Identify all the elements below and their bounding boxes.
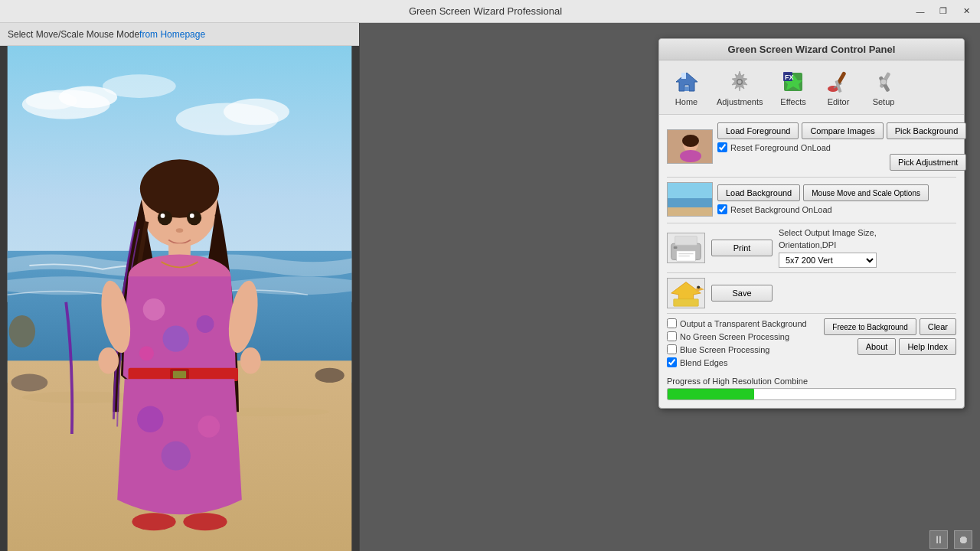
image-viewer[interactable] xyxy=(0,46,359,551)
svg-point-55 xyxy=(880,79,887,85)
fg-thumb-image xyxy=(668,130,713,164)
output-size-select[interactable]: 5x7 200 Vert 4x6 200 Horiz 8x10 300 Vert… xyxy=(779,253,877,268)
about-button[interactable]: About xyxy=(858,338,897,355)
svg-point-26 xyxy=(139,346,154,360)
svg-point-58 xyxy=(682,135,699,147)
svg-rect-40 xyxy=(681,73,686,79)
left-panel-header: Select Move/Scale Mouse Mode from Homepa… xyxy=(0,23,359,46)
svg-rect-62 xyxy=(668,207,713,217)
progress-bar xyxy=(667,388,956,400)
header-link[interactable]: from Homepage xyxy=(139,29,205,40)
pick-adjustment-button[interactable]: Pick Adjustment xyxy=(890,154,966,171)
separator-3 xyxy=(667,272,956,273)
svg-rect-60 xyxy=(668,183,713,198)
separator-4 xyxy=(667,313,956,314)
close-button[interactable]: ✕ xyxy=(956,4,977,19)
blend-edges-checkbox[interactable] xyxy=(667,357,677,367)
save-button[interactable]: Save xyxy=(711,285,773,302)
options-section: Output a Transparent Background No Green… xyxy=(667,318,956,370)
scene-image xyxy=(0,46,359,551)
main-area: Select Move/Scale Mouse Mode from Homepa… xyxy=(0,23,980,551)
svg-point-44 xyxy=(738,80,742,84)
pick-background-button[interactable]: Pick Background xyxy=(887,122,967,139)
effects-icon: FX xyxy=(781,70,805,94)
reset-fg-row: Reset Foreground OnLoad xyxy=(717,142,966,152)
save-thumbnail xyxy=(667,278,705,308)
svg-point-36 xyxy=(240,347,261,373)
svg-rect-72 xyxy=(674,299,699,307)
left-panel: Select Move/Scale Mouse Mode from Homepa… xyxy=(0,23,360,551)
editor-label: Editor xyxy=(828,97,850,106)
bg-btn-row: Load Background Mouse Move and Scale Opt… xyxy=(717,184,956,201)
bg-thumb-image xyxy=(668,183,713,217)
svg-point-12 xyxy=(315,368,344,383)
effects-label: Effects xyxy=(780,97,805,106)
mouse-move-scale-button[interactable]: Mouse Move and Scale Options xyxy=(803,184,929,201)
svg-point-5 xyxy=(224,99,289,125)
no-green-label: No Green Screen Processing xyxy=(680,332,789,341)
reset-bg-checkbox[interactable] xyxy=(717,204,727,214)
background-controls: Load Background Mouse Move and Scale Opt… xyxy=(717,184,956,214)
toolbar-effects[interactable]: FX Effects xyxy=(773,65,815,109)
restore-button[interactable]: ❐ xyxy=(933,4,954,19)
print-button[interactable]: Print xyxy=(711,240,773,256)
about-help-row: About Help Index xyxy=(824,338,956,355)
record-icon: ⏺ xyxy=(958,533,969,546)
setup-icon-area xyxy=(870,68,897,96)
separator-2 xyxy=(667,223,956,223)
blend-edges-row: Blend Edges xyxy=(667,357,816,367)
blue-screen-checkbox[interactable] xyxy=(667,344,677,354)
svg-rect-29 xyxy=(173,371,186,379)
blue-screen-row: Blue Screen Processing xyxy=(667,344,816,354)
load-foreground-button[interactable]: Load Foreground xyxy=(717,122,799,139)
no-green-checkbox[interactable] xyxy=(667,331,677,341)
toolbar-adjustments[interactable]: Adjustments xyxy=(710,65,769,109)
svg-point-15 xyxy=(140,159,219,218)
svg-point-20 xyxy=(176,228,184,233)
transparent-bg-label: Output a Transparent Background xyxy=(680,319,807,328)
toolbar-home[interactable]: Home xyxy=(665,65,707,109)
window-controls: — ❐ ✕ xyxy=(910,4,980,19)
print-thumbnail xyxy=(667,233,705,263)
toolbar-editor[interactable]: Editor xyxy=(818,65,860,109)
foreground-row: Load Foreground Compare Images Pick Back… xyxy=(667,122,956,171)
reset-fg-checkbox[interactable] xyxy=(717,142,727,152)
toolbar: Home Adjustments xyxy=(659,60,964,115)
setup-icon xyxy=(871,70,896,94)
record-button[interactable]: ⏺ xyxy=(954,530,972,549)
help-index-button[interactable]: Help Index xyxy=(899,338,956,355)
pick-adj-row: Pick Adjustment xyxy=(717,154,966,171)
control-panel: Green Screen Wizard Control Panel Home xyxy=(658,38,965,409)
save-row: Save xyxy=(667,278,956,308)
svg-point-23 xyxy=(143,298,165,321)
checkboxes-column: Output a Transparent Background No Green… xyxy=(667,318,816,370)
svg-point-25 xyxy=(163,325,189,351)
svg-text:FX: FX xyxy=(785,73,794,81)
reset-bg-row: Reset Background OnLoad xyxy=(717,204,956,214)
svg-point-38 xyxy=(183,513,227,530)
freeze-to-background-button[interactable]: Freeze to Background xyxy=(824,318,916,335)
clear-button[interactable]: Clear xyxy=(920,318,956,335)
gear-icon xyxy=(727,70,752,94)
compare-images-button[interactable]: Compare Images xyxy=(802,122,883,139)
pause-button[interactable]: ⏸ xyxy=(929,530,948,549)
separator-1 xyxy=(667,177,956,178)
transparent-bg-checkbox[interactable] xyxy=(667,318,677,328)
svg-point-24 xyxy=(197,315,214,333)
svg-marker-70 xyxy=(695,285,704,292)
background-thumbnail xyxy=(667,182,713,217)
control-panel-title: Green Screen Wizard Control Panel xyxy=(659,39,964,60)
svg-point-32 xyxy=(162,442,191,471)
minimize-button[interactable]: — xyxy=(910,4,931,19)
load-background-button[interactable]: Load Background xyxy=(717,184,800,201)
svg-rect-64 xyxy=(675,236,697,246)
effects-icon-area: FX xyxy=(779,68,807,96)
toolbar-setup[interactable]: Setup xyxy=(863,65,905,109)
window-title: Green Screen Wizard Professional xyxy=(61,5,910,17)
svg-point-31 xyxy=(198,416,220,438)
control-panel-content: Load Foreground Compare Images Pick Back… xyxy=(659,115,964,408)
no-green-row: No Green Screen Processing xyxy=(667,331,816,341)
header-text: Select Move/Scale Mouse Mode xyxy=(8,29,139,40)
svg-rect-66 xyxy=(674,246,678,249)
svg-point-71 xyxy=(697,285,700,289)
